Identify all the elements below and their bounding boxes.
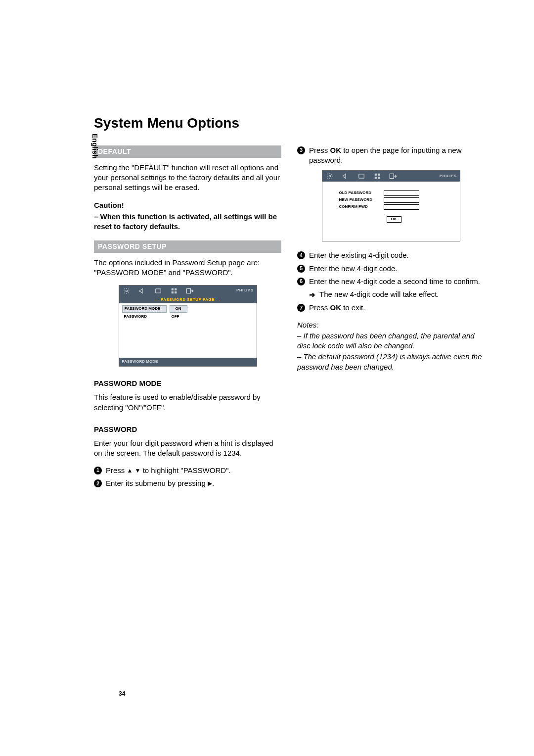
osd-row-password: PASSWORD OFF xyxy=(122,314,254,320)
step-7-text: Press OK to exit. xyxy=(309,303,365,313)
password-heading: PASSWORD xyxy=(94,425,281,434)
step-2-text: Enter its submenu by pressing ▶. xyxy=(106,478,214,488)
osd-page-label: - - PASSWORD SETUP PAGE - - xyxy=(119,296,257,304)
exit-icon xyxy=(389,173,398,180)
gear-icon xyxy=(325,173,334,180)
osd-password-entry: PHILIPS OLD PASSWORD NEW PASSWORD CONFIR… xyxy=(322,170,460,241)
password-text: Enter your four digit password when a hi… xyxy=(94,438,281,459)
old-password-label: OLD PASSWORD xyxy=(339,190,381,196)
svg-rect-4 xyxy=(175,288,177,290)
ok-label: OK xyxy=(330,303,342,312)
down-triangle-icon: ▼ xyxy=(135,467,141,474)
svg-rect-12 xyxy=(378,174,380,176)
osd-body: OLD PASSWORD NEW PASSWORD CONFIRM PWD OK xyxy=(322,182,460,241)
osd-key: PASSWORD xyxy=(122,314,167,320)
svg-rect-7 xyxy=(186,288,190,293)
notes-block: Notes: – If the password has been change… xyxy=(297,320,485,372)
exit-icon xyxy=(185,287,194,294)
osd-key: PASSWORD MODE xyxy=(122,305,167,313)
caution-heading: Caution! xyxy=(94,200,281,210)
svg-rect-15 xyxy=(390,174,394,179)
step-2-post: . xyxy=(212,479,214,487)
step-6-result: ➜ The new 4-digit code will take effect. xyxy=(309,289,485,300)
section-heading-password-setup: PASSWORD SETUP xyxy=(94,240,281,253)
page-number: 34 xyxy=(119,690,125,698)
gear-icon xyxy=(122,287,131,294)
osd-body: PASSWORD MODE ON PASSWORD OFF xyxy=(119,303,257,358)
ok-label: OK xyxy=(330,146,342,154)
osd-tab-bar: PHILIPS xyxy=(322,171,460,182)
svg-rect-11 xyxy=(374,174,376,176)
step-number-icon: 3 xyxy=(297,146,305,154)
step-7-post: to exit. xyxy=(341,303,365,312)
two-column-layout: DEFAULT Setting the "DEFAULT" function w… xyxy=(94,145,485,491)
speaker-icon xyxy=(341,173,350,180)
up-triangle-icon: ▲ xyxy=(127,467,133,474)
step-3-pre: Press xyxy=(309,146,330,154)
step-7-pre: Press xyxy=(309,303,330,312)
osd-row-password-mode: PASSWORD MODE ON xyxy=(122,305,254,313)
step-6-result-text: The new 4-digit code will take effect. xyxy=(319,289,439,299)
step-number-icon: 4 xyxy=(297,251,305,259)
step-number-icon: 6 xyxy=(297,278,305,285)
notes-heading: Notes: xyxy=(297,320,485,330)
osd-ok-button: OK xyxy=(387,216,401,223)
step-3-text: Press OK to open the page for inputting … xyxy=(309,145,485,166)
step-6: 6 Enter the new 4-digit code a second ti… xyxy=(297,277,485,286)
step-1-post: to highlight "PASSWORD". xyxy=(140,466,230,474)
note-2: – The default password (1234) is always … xyxy=(297,352,485,372)
step-3: 3 Press OK to open the page for inputtin… xyxy=(297,145,485,166)
new-password-label: NEW PASSWORD xyxy=(339,197,381,203)
svg-rect-13 xyxy=(374,177,376,179)
confirm-password-label: CONFIRM PWD xyxy=(339,204,381,210)
speaker-icon xyxy=(138,287,147,294)
osd-password-setup-page: PHILIPS - - PASSWORD SETUP PAGE - - PASS… xyxy=(119,285,257,367)
osd-brand-label: PHILIPS xyxy=(440,174,457,179)
grid-icon xyxy=(373,173,382,180)
svg-point-0 xyxy=(126,290,128,292)
video-icon xyxy=(357,173,366,180)
osd-footer-label: PASSWORD MODE xyxy=(119,358,257,366)
osd-value: ON xyxy=(170,305,187,313)
step-1-pre: Press xyxy=(106,466,127,474)
step-number-icon: 1 xyxy=(94,467,102,474)
osd-row-new-password: NEW PASSWORD xyxy=(339,197,460,203)
left-column: DEFAULT Setting the "DEFAULT" function w… xyxy=(94,145,281,491)
svg-rect-3 xyxy=(171,288,173,290)
svg-marker-1 xyxy=(139,288,142,293)
password-setup-description: The options included in Password Setup p… xyxy=(94,258,281,278)
note-1: – If the password has been changed, the … xyxy=(297,331,485,351)
svg-rect-5 xyxy=(171,291,173,293)
step-4: 4 Enter the existing 4-digit code. xyxy=(297,250,485,260)
section-heading-default: DEFAULT xyxy=(94,145,281,158)
old-password-field xyxy=(384,190,419,196)
default-description: Setting the "DEFAULT" function will rese… xyxy=(94,163,281,193)
caution-body: – When this function is activated, all s… xyxy=(94,212,281,232)
step-2: 2 Enter its submenu by pressing ▶. xyxy=(94,478,281,488)
confirm-password-field xyxy=(384,204,419,210)
step-5-text: Enter the new 4-digit code. xyxy=(309,264,397,274)
svg-rect-10 xyxy=(358,174,364,178)
step-7: 7 Press OK to exit. xyxy=(297,303,485,313)
manual-page: System Menu Options DEFAULT Setting the … xyxy=(0,0,534,521)
osd-row-confirm-password: CONFIRM PWD xyxy=(339,204,460,210)
step-1: 1 Press ▲ ▼ to highlight "PASSWORD". xyxy=(94,466,281,475)
step-5: 5 Enter the new 4-digit code. xyxy=(297,264,485,274)
svg-point-8 xyxy=(329,176,331,178)
step-2-pre: Enter its submenu by pressing xyxy=(106,479,208,487)
step-6-text: Enter the new 4-digit code a second time… xyxy=(309,277,480,286)
right-column: 3 Press OK to open the page for inputtin… xyxy=(297,145,485,491)
step-1-text: Press ▲ ▼ to highlight "PASSWORD". xyxy=(106,466,231,475)
new-password-field xyxy=(384,197,419,203)
grid-icon xyxy=(170,287,178,294)
svg-marker-9 xyxy=(343,174,345,179)
osd-value: OFF xyxy=(170,314,187,320)
right-arrow-icon: ➜ xyxy=(309,290,315,300)
osd-brand-label: PHILIPS xyxy=(236,288,254,293)
step-number-icon: 2 xyxy=(94,479,102,487)
language-tab: English xyxy=(90,134,99,159)
password-mode-heading: PASSWORD MODE xyxy=(94,378,281,388)
step-number-icon: 7 xyxy=(297,304,305,312)
svg-rect-14 xyxy=(378,177,380,179)
right-triangle-icon: ▶ xyxy=(208,480,212,487)
